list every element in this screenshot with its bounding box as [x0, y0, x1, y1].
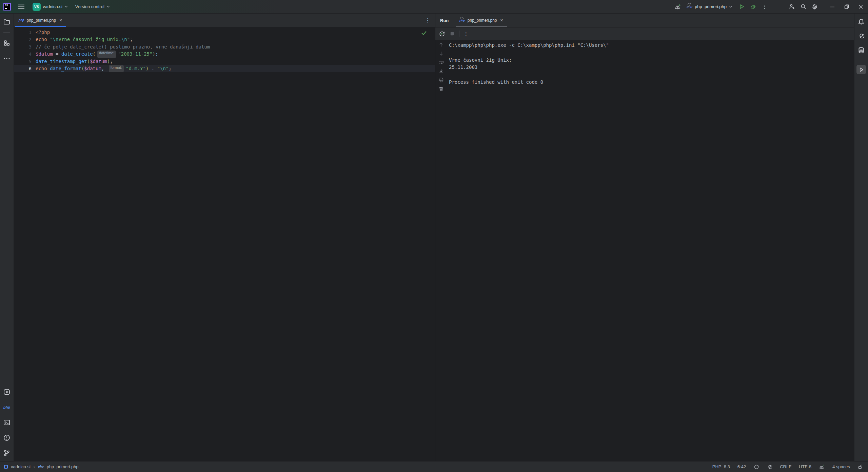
inspections-ok-icon[interactable] — [421, 30, 427, 36]
run-tab-php-primeri[interactable]: php php_primeri.php ✕ — [456, 14, 507, 27]
run-window-icon — [3, 389, 10, 395]
tab-close-icon[interactable]: ✕ — [58, 18, 62, 23]
php-version-widget[interactable]: PHP: 8.3 — [712, 464, 730, 469]
soft-wrap-button[interactable] — [438, 60, 444, 65]
xdebug-listen-icon[interactable] — [819, 464, 825, 470]
bell-icon — [858, 18, 865, 25]
code-token: ( — [81, 65, 84, 72]
editor-tab-bar: php php_primeri.php ✕ ⋮ — [14, 14, 435, 27]
structure-tool-button[interactable] — [2, 38, 12, 48]
console-line: 25.11.2003 — [449, 64, 851, 71]
chevron-down-icon — [729, 4, 732, 9]
left-tool-stripe: php — [0, 14, 14, 461]
code-line[interactable]: 5date_timestamp_get($datum); — [14, 58, 435, 65]
chevron-down-icon — [106, 4, 110, 9]
window-minimize-button[interactable] — [825, 0, 840, 14]
code-token: \n — [160, 65, 166, 72]
caret-position-widget[interactable]: 6:42 — [737, 464, 746, 469]
code-line[interactable]: 2echo "\nVrne časovni žig Unix:\n"; — [14, 36, 435, 43]
code-with-me-button[interactable] — [786, 2, 797, 12]
run-tab-label: php_primeri.php — [468, 18, 497, 23]
prev-occurrence-button[interactable] — [438, 42, 444, 47]
window-close-button[interactable] — [854, 0, 868, 14]
run-configuration-selector[interactable]: php php_primeri.php — [684, 2, 736, 12]
problems-tool-button[interactable] — [2, 433, 12, 442]
project-widget[interactable]: VS vadnica.si — [30, 2, 71, 12]
ai-assistant-tool-button[interactable] — [856, 31, 866, 41]
search-everywhere-button[interactable] — [797, 2, 809, 12]
code-editor[interactable]: 1<?php2echo "\nVrne časovni žig Unix:\n"… — [14, 27, 435, 461]
vcs-widget[interactable]: Version control — [73, 2, 113, 12]
console-output[interactable]: C:\xampp\php\php.exe -c C:\xampp\php\php… — [447, 40, 854, 461]
editor-tab-label: php_primeri.php — [27, 18, 56, 23]
git-tool-button[interactable] — [2, 448, 12, 458]
terminal-tool-button[interactable] — [2, 418, 12, 427]
code-token: = — [53, 51, 61, 58]
console-line — [449, 71, 851, 79]
print-button[interactable] — [438, 77, 444, 83]
run-more-options-button[interactable]: ⋮ — [463, 31, 469, 36]
chevron-down-icon — [64, 4, 68, 9]
code-token: $datum — [84, 65, 101, 72]
window-restore-button[interactable] — [840, 0, 854, 14]
tab-close-icon[interactable]: ✕ — [499, 18, 504, 23]
line-number: 4 — [14, 51, 36, 58]
run-config-name: php_primeri.php — [695, 4, 727, 9]
code-token: <?php — [36, 29, 50, 36]
breadcrumb: vadnica.si › php php_primeri.php — [4, 464, 79, 469]
vcs-widget-label: Version control — [75, 4, 104, 9]
debug-listen-toggle[interactable] — [672, 2, 684, 12]
run-tool-button[interactable] — [2, 387, 12, 397]
code-line[interactable]: 3// če polje date_create() pustimo prazn… — [14, 43, 435, 51]
project-name: vadnica.si — [43, 4, 62, 9]
line-ending-widget[interactable]: CRLF — [780, 464, 791, 469]
scroll-to-end-button[interactable] — [438, 68, 444, 74]
php-console-tool-button[interactable]: php — [2, 402, 12, 412]
run-button[interactable] — [736, 2, 747, 12]
editor-column: php php_primeri.php ✕ ⋮ 1<?php2echo "\nV… — [14, 14, 435, 461]
tab-bar-options-button[interactable]: ⋮ — [420, 14, 435, 27]
title-bar: PS VS vadnica.si Version control — [0, 0, 868, 14]
project-tool-button[interactable] — [2, 17, 12, 26]
next-occurrence-button[interactable] — [438, 51, 444, 56]
code-line[interactable]: 4$datum = date_create(datetime:"2003-11-… — [14, 51, 435, 58]
code-token: , — [101, 65, 107, 72]
stop-button[interactable] — [449, 31, 455, 37]
code-line[interactable]: 6echo date_format($datum, format:"d.m.Y"… — [14, 65, 435, 72]
code-token: date_format — [50, 65, 81, 72]
encoding-widget[interactable]: UTF-8 — [799, 464, 811, 469]
play-icon — [858, 66, 864, 73]
right-tool-stripe — [854, 14, 868, 461]
run-tool-button-active[interactable] — [856, 65, 866, 74]
code-token: " — [50, 36, 53, 43]
main-menu-button[interactable] — [16, 2, 27, 12]
structure-icon — [4, 40, 10, 46]
code-lines: 1<?php2echo "\nVrne časovni žig Unix:\n"… — [14, 29, 435, 72]
php-file-icon: php — [19, 19, 24, 22]
rerun-button[interactable] — [439, 31, 445, 37]
more-tool-windows-button[interactable] — [2, 54, 12, 63]
highlighting-level-icon[interactable] — [753, 464, 759, 470]
notifications-tool-button[interactable] — [856, 17, 866, 26]
line-number: 1 — [14, 29, 36, 36]
code-token: " — [157, 65, 160, 72]
code-token: \n — [53, 36, 59, 43]
write-access-icon[interactable] — [857, 464, 863, 470]
breadcrumb-file[interactable]: php_primeri.php — [47, 464, 79, 469]
clear-console-button[interactable] — [438, 86, 444, 92]
code-token: echo — [36, 36, 50, 43]
terminal-icon — [3, 419, 10, 426]
breadcrumb-project[interactable]: vadnica.si — [11, 464, 31, 469]
database-tool-button[interactable] — [856, 45, 866, 55]
indent-widget[interactable]: 4 spaces — [832, 464, 850, 469]
settings-button[interactable] — [809, 2, 821, 12]
more-actions-button[interactable]: ⋮ — [759, 2, 770, 12]
debug-button[interactable] — [747, 2, 759, 12]
editor-tab-php-primeri[interactable]: php php_primeri.php ✕ — [15, 14, 66, 27]
ai-assistant-status-icon[interactable] — [767, 464, 772, 470]
console-line — [449, 49, 851, 57]
code-line[interactable]: 1<?php — [14, 29, 435, 36]
console-line: C:\xampp\php\php.exe -c C:\xampp\php\php… — [449, 42, 851, 49]
code-token: " — [166, 65, 169, 72]
code-token: ; — [155, 51, 158, 58]
